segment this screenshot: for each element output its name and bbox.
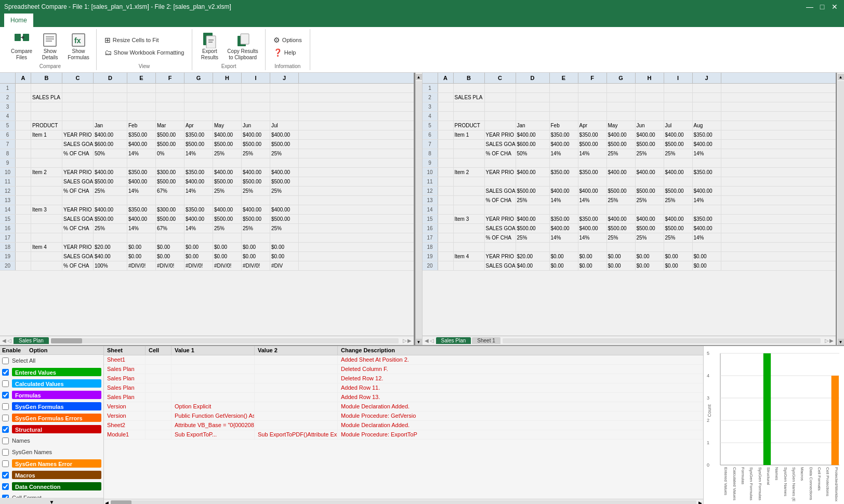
left-cell-16-1[interactable] — [31, 224, 62, 233]
left-cell-14-1[interactable]: Item 3 — [31, 205, 62, 214]
right-cell-20-7[interactable]: $0.00 — [636, 261, 664, 270]
left-cell-18-3[interactable]: $20.00 — [94, 243, 127, 251]
left-cell-20-2[interactable]: % OF CHA — [62, 261, 94, 270]
right-cell-10-7[interactable]: $400.00 — [636, 168, 664, 177]
right-cell-11-1[interactable] — [454, 177, 485, 186]
option-checkbox-11[interactable] — [2, 483, 9, 490]
right-cell-15-5[interactable]: $350.00 — [578, 215, 607, 223]
right-cell-2-0[interactable] — [438, 93, 454, 102]
right-cell-3-2[interactable] — [485, 102, 516, 111]
left-cell-9-4[interactable] — [127, 158, 156, 167]
right-cell-9-4[interactable] — [550, 158, 578, 167]
right-cell-17-9[interactable]: 14% — [693, 233, 721, 242]
left-cell-9-5[interactable] — [156, 158, 184, 167]
option-checkbox-10[interactable] — [2, 472, 9, 479]
left-cell-13-1[interactable] — [31, 196, 62, 205]
right-cell-2-4[interactable] — [550, 93, 578, 102]
right-cell-1-3[interactable] — [516, 84, 550, 92]
left-cell-14-2[interactable]: YEAR PRIO — [62, 205, 94, 214]
left-cell-4-3[interactable] — [94, 112, 127, 121]
left-cell-15-9[interactable]: $500.00 — [270, 215, 299, 223]
right-cell-12-4[interactable]: $400.00 — [550, 187, 578, 195]
left-cell-19-8[interactable]: $0.00 — [242, 252, 270, 261]
right-cell-15-7[interactable]: $400.00 — [636, 215, 664, 223]
right-cell-12-8[interactable]: $500.00 — [664, 187, 693, 195]
left-cell-13-6[interactable] — [184, 196, 213, 205]
left-cell-8-1[interactable] — [31, 149, 62, 158]
right-cell-15-1[interactable]: Item 3 — [454, 215, 485, 223]
left-cell-6-5[interactable]: $500.00 — [156, 130, 184, 139]
left-cell-7-7[interactable]: $500.00 — [213, 140, 242, 149]
left-cell-1-5[interactable] — [156, 84, 184, 92]
right-cell-13-6[interactable]: 25% — [607, 196, 636, 205]
option-checkbox-1[interactable] — [2, 369, 9, 376]
left-cell-13-3[interactable] — [94, 196, 127, 205]
left-cell-17-9[interactable] — [270, 233, 299, 242]
right-cell-15-0[interactable] — [438, 215, 454, 223]
right-cell-11-9[interactable] — [693, 177, 721, 186]
left-cell-20-3[interactable]: 100% — [94, 261, 127, 270]
right-cell-16-9[interactable]: $400.00 — [693, 224, 721, 233]
right-cell-13-7[interactable]: 25% — [636, 196, 664, 205]
left-cell-9-2[interactable] — [62, 158, 94, 167]
left-cell-11-6[interactable]: $400.00 — [184, 177, 213, 186]
right-cell-8-2[interactable]: % OF CHA — [485, 149, 516, 158]
left-cell-4-2[interactable] — [62, 112, 94, 121]
left-cell-4-6[interactable] — [184, 112, 213, 121]
right-cell-13-2[interactable]: % OF CHA — [485, 196, 516, 205]
right-cell-9-7[interactable] — [636, 158, 664, 167]
left-cell-13-9[interactable] — [270, 196, 299, 205]
right-cell-7-1[interactable] — [454, 140, 485, 149]
left-cell-1-3[interactable] — [94, 84, 127, 92]
left-cell-10-5[interactable]: $300.00 — [156, 168, 184, 177]
left-cell-14-6[interactable]: $350.00 — [184, 205, 213, 214]
right-cell-6-1[interactable]: Item 1 — [454, 130, 485, 139]
options-button[interactable]: ⚙ Options — [270, 34, 306, 46]
left-cell-12-6[interactable]: 14% — [184, 187, 213, 195]
left-cell-10-1[interactable]: Item 2 — [31, 168, 62, 177]
left-cell-15-0[interactable] — [16, 215, 31, 223]
left-cell-20-1[interactable] — [31, 261, 62, 270]
right-cell-3-7[interactable] — [636, 102, 664, 111]
left-cell-13-8[interactable] — [242, 196, 270, 205]
right-cell-5-6[interactable]: May — [607, 121, 636, 130]
right-cell-19-4[interactable]: $0.00 — [550, 252, 578, 261]
right-cell-13-1[interactable] — [454, 196, 485, 205]
left-cell-15-5[interactable]: $500.00 — [156, 215, 184, 223]
left-cell-19-6[interactable]: $0.00 — [184, 252, 213, 261]
right-cell-6-5[interactable]: $350.00 — [578, 130, 607, 139]
right-cell-5-2[interactable] — [485, 121, 516, 130]
right-cell-12-6[interactable]: $500.00 — [607, 187, 636, 195]
right-cell-8-6[interactable]: 25% — [607, 149, 636, 158]
left-cell-17-7[interactable] — [213, 233, 242, 242]
left-cell-2-3[interactable] — [94, 93, 127, 102]
left-cell-10-6[interactable]: $350.00 — [184, 168, 213, 177]
left-cell-3-6[interactable] — [184, 102, 213, 111]
right-cell-14-7[interactable] — [636, 205, 664, 214]
left-cell-14-9[interactable]: $400.00 — [270, 205, 299, 214]
option-checkbox-3[interactable] — [2, 392, 9, 399]
middle-vscroll[interactable]: ▲ ▼ — [415, 73, 423, 345]
left-cell-4-8[interactable] — [242, 112, 270, 121]
right-cell-14-9[interactable] — [693, 205, 721, 214]
right-cell-10-9[interactable]: $350.00 — [693, 168, 721, 177]
right-cell-9-1[interactable] — [454, 158, 485, 167]
changes-hscroll[interactable]: ◀ ▶ — [104, 499, 703, 504]
left-cell-17-5[interactable] — [156, 233, 184, 242]
right-cell-17-7[interactable]: 25% — [636, 233, 664, 242]
right-cell-18-3[interactable] — [516, 243, 550, 251]
left-cell-17-4[interactable] — [127, 233, 156, 242]
right-cell-19-9[interactable]: $0.00 — [693, 252, 721, 261]
right-cell-3-6[interactable] — [607, 102, 636, 111]
right-cell-16-2[interactable]: SALES GOA — [485, 224, 516, 233]
left-cell-8-0[interactable] — [16, 149, 31, 158]
right-cell-7-5[interactable]: $500.00 — [578, 140, 607, 149]
left-cell-13-0[interactable] — [16, 196, 31, 205]
left-cell-6-2[interactable]: YEAR PRIO — [62, 130, 94, 139]
left-cell-1-8[interactable] — [242, 84, 270, 92]
right-cell-12-9[interactable]: $400.00 — [693, 187, 721, 195]
right-cell-20-9[interactable]: $0.00 — [693, 261, 721, 270]
copy-results-button[interactable]: Copy Resultsto Clipboard — [225, 30, 260, 62]
left-cell-10-7[interactable]: $400.00 — [213, 168, 242, 177]
left-cell-19-7[interactable]: $0.00 — [213, 252, 242, 261]
